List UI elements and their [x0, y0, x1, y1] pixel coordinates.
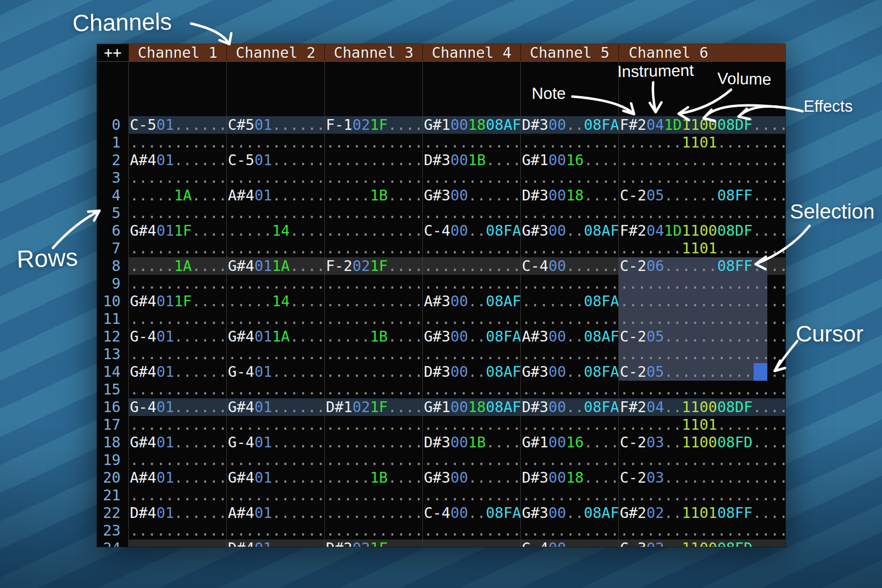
pattern-cell-ch3[interactable]: ...........: [324, 169, 422, 187]
pattern-cell-ch5[interactable]: A#300..08AF: [520, 328, 618, 345]
pattern-cell-ch1[interactable]: ...........: [128, 169, 226, 187]
pattern-cell-ch5[interactable]: G#10016....: [520, 151, 618, 169]
pattern-cell-ch2[interactable]: ...........: [226, 169, 324, 187]
pattern-cell-ch1[interactable]: ...........: [128, 416, 226, 434]
pattern-cell-ch1[interactable]: ...........: [128, 134, 226, 151]
pattern-cell-ch5[interactable]: ...........: [520, 381, 618, 398]
pattern-cell-ch6[interactable]: ...................: [618, 451, 785, 469]
pattern-cell-ch4[interactable]: ...........: [422, 169, 520, 187]
pattern-cell-ch3[interactable]: .....1B....: [324, 328, 422, 345]
pattern-cell-ch4[interactable]: ...........: [422, 204, 520, 222]
channel-header-4[interactable]: Channel 4: [422, 44, 520, 61]
pattern-cell-ch6[interactable]: C-203..............: [618, 469, 785, 487]
pattern-cell-ch1[interactable]: C-501......: [128, 116, 226, 134]
pattern-cell-ch2[interactable]: .....14....: [226, 222, 324, 240]
pattern-cell-ch5[interactable]: D#300..08FA: [520, 116, 618, 134]
pattern-cell-ch3[interactable]: ...........: [324, 434, 422, 451]
pattern-cell-ch3[interactable]: ...........: [324, 504, 422, 522]
pattern-cell-ch6[interactable]: C-205......08FF....: [618, 187, 785, 204]
pattern-cell-ch6[interactable]: .......1101........: [618, 240, 785, 257]
pattern-options-button[interactable]: ++: [97, 44, 128, 61]
pattern-cell-ch5[interactable]: D#300..08FA: [520, 398, 618, 416]
pattern-cell-ch2[interactable]: .....14....: [226, 293, 324, 310]
pattern-cell-ch6[interactable]: F#2041D110008DF....: [618, 222, 785, 240]
channel-header-3[interactable]: Channel 3: [324, 44, 422, 61]
pattern-cell-ch3[interactable]: ...........: [324, 381, 422, 398]
pattern-cell-ch6[interactable]: ...................: [618, 204, 785, 222]
pattern-cell-ch6[interactable]: ...................: [618, 345, 785, 363]
pattern-cell-ch1[interactable]: ...........: [128, 275, 226, 293]
pattern-cell-ch3[interactable]: ...........: [324, 522, 422, 539]
pattern-cell-ch6[interactable]: ...................: [618, 151, 785, 169]
pattern-cell-ch2[interactable]: A#401......: [226, 504, 324, 522]
pattern-cell-ch6[interactable]: .......1101........: [618, 416, 785, 434]
pattern-cell-ch3[interactable]: ...........: [324, 487, 422, 504]
pattern-cell-ch4[interactable]: G#300......: [422, 187, 520, 204]
pattern-cell-ch6[interactable]: C-206......08FF....: [618, 257, 785, 275]
pattern-cell-ch3[interactable]: ...........: [324, 363, 422, 381]
pattern-cell-ch5[interactable]: D#30018....: [520, 469, 618, 487]
pattern-cell-ch2[interactable]: ...........: [226, 451, 324, 469]
channel-header-2[interactable]: Channel 2: [226, 44, 324, 61]
pattern-cell-ch3[interactable]: ...........: [324, 151, 422, 169]
pattern-cell-ch2[interactable]: ...........: [226, 310, 324, 328]
pattern-cell-ch5[interactable]: ...........: [520, 451, 618, 469]
pattern-cell-ch6[interactable]: .......1101........: [618, 134, 785, 151]
pattern-cell-ch4[interactable]: ...........: [422, 416, 520, 434]
pattern-cell-ch2[interactable]: D#401......: [226, 539, 324, 547]
pattern-cell-ch3[interactable]: ...........: [324, 451, 422, 469]
pattern-cell-ch1[interactable]: ...........: [128, 204, 226, 222]
pattern-cell-ch4[interactable]: G#1001808AF: [422, 398, 520, 416]
pattern-cell-ch2[interactable]: ...........: [226, 240, 324, 257]
pattern-cell-ch1[interactable]: G#4011F....: [128, 293, 226, 310]
pattern-cell-ch1[interactable]: ...........: [128, 539, 226, 547]
pattern-cell-ch5[interactable]: G#10016....: [520, 434, 618, 451]
pattern-cell-ch4[interactable]: ...........: [422, 381, 520, 398]
pattern-cell-ch4[interactable]: ...........: [422, 487, 520, 504]
pattern-cell-ch3[interactable]: ...........: [324, 310, 422, 328]
pattern-cell-ch3[interactable]: F-2021F....: [324, 257, 422, 275]
pattern-cell-ch2[interactable]: ...........: [226, 134, 324, 151]
pattern-cell-ch4[interactable]: G#300..08FA: [422, 328, 520, 345]
pattern-cell-ch2[interactable]: G-401......: [226, 434, 324, 451]
pattern-cell-ch1[interactable]: A#401......: [128, 469, 226, 487]
pattern-cell-ch6[interactable]: F#204..110008DF....: [618, 398, 785, 416]
pattern-cell-ch2[interactable]: G#4011A....: [226, 328, 324, 345]
pattern-cell-ch5[interactable]: ...........: [520, 169, 618, 187]
pattern-cell-ch4[interactable]: ...........: [422, 345, 520, 363]
pattern-cell-ch2[interactable]: C#501......: [226, 116, 324, 134]
pattern-cell-ch1[interactable]: G#401......: [128, 363, 226, 381]
pattern-cell-ch2[interactable]: ...........: [226, 345, 324, 363]
pattern-cell-ch2[interactable]: A#401......: [226, 187, 324, 204]
pattern-cell-ch5[interactable]: G-400......: [520, 539, 618, 547]
pattern-cell-ch2[interactable]: G#401......: [226, 398, 324, 416]
pattern-cell-ch1[interactable]: A#401......: [128, 151, 226, 169]
pattern-cell-ch1[interactable]: G#401......: [128, 434, 226, 451]
pattern-cell-ch2[interactable]: ...........: [226, 204, 324, 222]
pattern-cell-ch1[interactable]: G-401......: [128, 328, 226, 345]
pattern-cell-ch4[interactable]: D#3001B....: [422, 151, 520, 169]
pattern-cell-ch6[interactable]: C-205..............: [618, 363, 785, 381]
pattern-cell-ch1[interactable]: ...........: [128, 522, 226, 539]
pattern-cell-ch5[interactable]: ...........: [520, 416, 618, 434]
pattern-cell-ch5[interactable]: C-400......: [520, 257, 618, 275]
pattern-cell-ch3[interactable]: ...........: [324, 416, 422, 434]
pattern-cell-ch4[interactable]: G#300......: [422, 469, 520, 487]
pattern-cell-ch2[interactable]: ...........: [226, 381, 324, 398]
pattern-cell-ch1[interactable]: ...........: [128, 240, 226, 257]
pattern-cell-ch4[interactable]: ...........: [422, 275, 520, 293]
pattern-cell-ch6[interactable]: C-205..............: [618, 328, 785, 345]
pattern-cell-ch1[interactable]: G-401......: [128, 398, 226, 416]
pattern-cell-ch2[interactable]: G#401......: [226, 469, 324, 487]
pattern-cell-ch5[interactable]: D#30018....: [520, 187, 618, 204]
pattern-cell-ch6[interactable]: ...................: [618, 293, 785, 310]
pattern-cell-ch5[interactable]: ...........: [520, 345, 618, 363]
channel-header-5[interactable]: Channel 5: [520, 44, 618, 61]
pattern-cell-ch5[interactable]: .......08FA: [520, 293, 618, 310]
pattern-cell-ch5[interactable]: G#300..08AF: [520, 504, 618, 522]
pattern-cell-ch2[interactable]: ...........: [226, 487, 324, 504]
pattern-cell-ch6[interactable]: C-203..110008FD....: [618, 434, 785, 451]
pattern-cell-ch5[interactable]: ...........: [520, 275, 618, 293]
pattern-cell-ch4[interactable]: C-400..08FA: [422, 504, 520, 522]
pattern-cell-ch2[interactable]: ...........: [226, 522, 324, 539]
